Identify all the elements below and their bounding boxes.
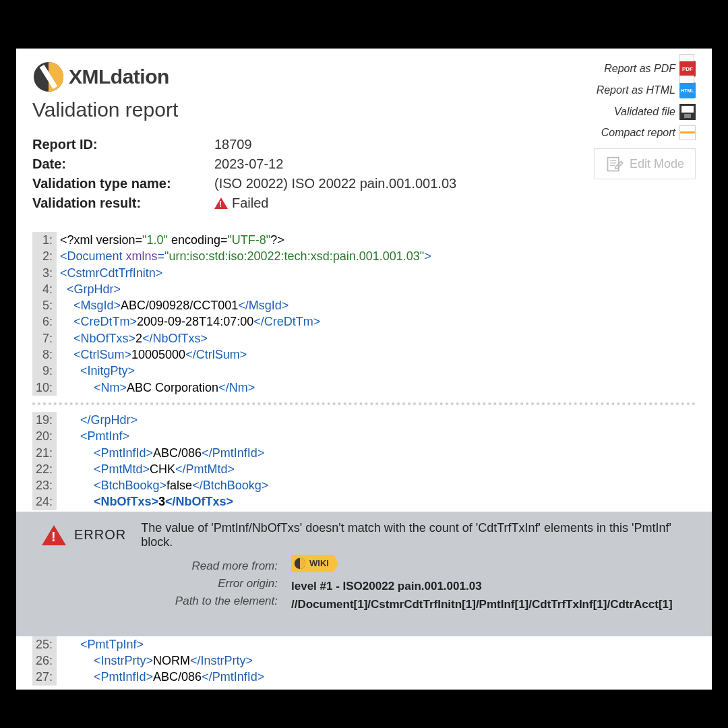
type-value: (ISO 20022) ISO 20022 pain.001.001.03 xyxy=(214,174,456,193)
xml-line: 3: <CstmrCdtTrfInitn> xyxy=(32,265,696,281)
report-meta: Report ID: 18709 Date: 2023-07-12 Valida… xyxy=(32,135,456,213)
line-number: 2: xyxy=(32,248,57,264)
report-id-label: Report ID: xyxy=(32,135,214,154)
line-number: 19: xyxy=(32,412,57,428)
error-message: The value of 'PmtInf/NbOfTxs' doesn't ma… xyxy=(141,521,700,549)
xml-source-view: 1: <?xml version="1.0" encoding="UTF-8"?… xyxy=(32,232,696,686)
xml-line: 8: <CtrlSum>10005000</CtrlSum> xyxy=(32,346,696,363)
compact-label: Compact report xyxy=(601,127,675,139)
date-value: 2023-07-12 xyxy=(214,154,283,174)
wiki-link[interactable]: WIKI xyxy=(291,555,338,572)
xml-line: 5: <MsgId>ABC/090928/CCT001</MsgId> xyxy=(32,297,696,313)
error-triangle-icon xyxy=(42,525,66,545)
xml-code: <PmtInfId>ABC/086</PmtInfId> xyxy=(57,445,264,461)
pdf-label: Report as PDF xyxy=(604,63,675,75)
result-text: Failed xyxy=(232,195,268,210)
html-label: Report as HTML xyxy=(597,84,675,96)
line-number: 7: xyxy=(32,330,57,346)
error-path-value: //Document[1]/CstmrCdtTrfInitn[1]/PmtInf… xyxy=(291,596,673,613)
type-label: Validation type name: xyxy=(32,174,214,193)
brand-text: XMLdation xyxy=(69,65,169,88)
pdf-icon: PDF xyxy=(679,61,696,77)
logo-icon xyxy=(32,61,65,93)
line-number: 27: xyxy=(32,669,57,685)
xml-code: <MsgId>ABC/090928/CCT001</MsgId> xyxy=(57,297,289,313)
xml-line: 19: </GrpHdr> xyxy=(32,412,696,428)
line-number: 22: xyxy=(32,461,57,477)
report-as-pdf-link[interactable]: Report as PDF PDF xyxy=(604,61,696,77)
report-id-value: 18709 xyxy=(214,135,252,154)
xml-line: 21: <PmtInfId>ABC/086</PmtInfId> xyxy=(32,445,696,461)
xml-code: <PmtTpInf> xyxy=(57,636,144,653)
xml-code: <InstrPrty>NORM</InstrPrty> xyxy=(57,653,253,669)
failed-icon xyxy=(214,198,228,209)
header-row: XMLdation Validation report Report ID: 1… xyxy=(32,61,696,213)
xml-line: 24: <NbOfTxs>3</NbOfTxs> xyxy=(32,493,696,510)
xml-line: 25: <PmtTpInf> xyxy=(32,636,696,653)
logo-block: XMLdation Validation report Report ID: 1… xyxy=(32,61,456,213)
xml-line: 9: <InitgPty> xyxy=(32,363,696,379)
page-title: Validation report xyxy=(32,98,456,121)
xml-line: 27: <PmtInfId>ABC/086</PmtInfId> xyxy=(32,669,696,685)
xml-line: 22: <PmtMtd>CHK</PmtMtd> xyxy=(32,461,696,477)
wiki-logo-icon xyxy=(294,557,306,570)
line-number: 26: xyxy=(32,653,57,669)
error-origin-label: Error origin: xyxy=(75,575,278,593)
line-number: 21: xyxy=(32,445,57,461)
xml-code: </GrpHdr> xyxy=(57,412,138,428)
xml-code: <NbOfTxs>3</NbOfTxs> xyxy=(57,493,233,510)
xml-code: <CreDtTm>2009-09-28T14:07:00</CreDtTm> xyxy=(57,313,320,330)
report-actions: Report as PDF PDF Report as HTML HTML Va… xyxy=(594,61,696,213)
xml-code: <CtrlSum>10005000</CtrlSum> xyxy=(57,346,247,363)
line-number: 1: xyxy=(32,232,57,248)
error-label: ERROR xyxy=(74,527,126,543)
report-as-html-link[interactable]: Report as HTML HTML xyxy=(597,82,696,98)
xml-code: <CstmrCdtTrfInitn> xyxy=(57,265,162,281)
xml-code: <NbOfTxs>2</NbOfTxs> xyxy=(57,330,208,346)
xml-line: 26: <InstrPrty>NORM</InstrPrty> xyxy=(32,653,696,669)
date-label: Date: xyxy=(32,154,214,174)
xml-code: <BtchBookg>false</BtchBookg> xyxy=(57,477,268,493)
xml-code: <Document xmlns="urn:iso:std:iso:20022:t… xyxy=(57,248,431,264)
xml-code: <PmtInfId>ABC/086</PmtInfId> xyxy=(57,669,264,685)
line-number: 10: xyxy=(32,380,57,396)
logo: XMLdation xyxy=(32,61,456,93)
line-number: 24: xyxy=(32,493,57,510)
collapsed-lines-separator[interactable] xyxy=(32,402,696,405)
line-number: 20: xyxy=(32,428,57,444)
line-number: 23: xyxy=(32,477,57,493)
error-path-label: Path to the element: xyxy=(75,593,278,610)
compact-icon xyxy=(679,125,696,140)
line-number: 5: xyxy=(32,297,57,313)
line-number: 25: xyxy=(32,636,57,653)
xml-code: <InitgPty> xyxy=(57,363,135,379)
read-more-label: Read more from: xyxy=(75,557,278,575)
line-number: 3: xyxy=(32,265,57,281)
xml-line: 6: <CreDtTm>2009-09-28T14:07:00</CreDtTm… xyxy=(32,313,696,330)
xml-line: 2: <Document xmlns="urn:iso:std:iso:2002… xyxy=(32,248,696,264)
xml-line: 1: <?xml version="1.0" encoding="UTF-8"?… xyxy=(32,232,696,248)
xml-code: <PmtMtd>CHK</PmtMtd> xyxy=(57,461,235,477)
compact-report-link[interactable]: Compact report xyxy=(601,125,696,140)
line-number: 8: xyxy=(32,346,57,363)
xml-line: 4: <GrpHdr> xyxy=(32,281,696,297)
wiki-text: WIKI xyxy=(309,557,329,570)
validation-report-page: XMLdation Validation report Report ID: 1… xyxy=(16,49,712,690)
validated-file-link[interactable]: Validated file xyxy=(614,104,696,120)
xml-line: 10: <Nm>ABC Corporation</Nm> xyxy=(32,380,696,396)
error-panel: ERROR The value of 'PmtInf/NbOfTxs' does… xyxy=(16,512,712,636)
html-icon: HTML xyxy=(679,82,696,98)
error-origin-value: level #1 - ISO20022 pain.001.001.03 xyxy=(291,578,673,595)
disk-icon xyxy=(679,104,696,120)
result-label: Validation result: xyxy=(32,193,214,213)
edit-mode-button[interactable]: Edit Mode xyxy=(594,148,696,179)
edit-mode-label: Edit Mode xyxy=(630,157,684,171)
xml-line: 20: <PmtInf> xyxy=(32,428,696,444)
result-value: Failed xyxy=(214,193,268,213)
line-number: 4: xyxy=(32,281,57,297)
xml-code: <Nm>ABC Corporation</Nm> xyxy=(57,380,255,396)
line-number: 6: xyxy=(32,313,57,330)
line-number: 9: xyxy=(32,363,57,379)
validated-label: Validated file xyxy=(614,106,675,118)
xml-line: 23: <BtchBookg>false</BtchBookg> xyxy=(32,477,696,493)
